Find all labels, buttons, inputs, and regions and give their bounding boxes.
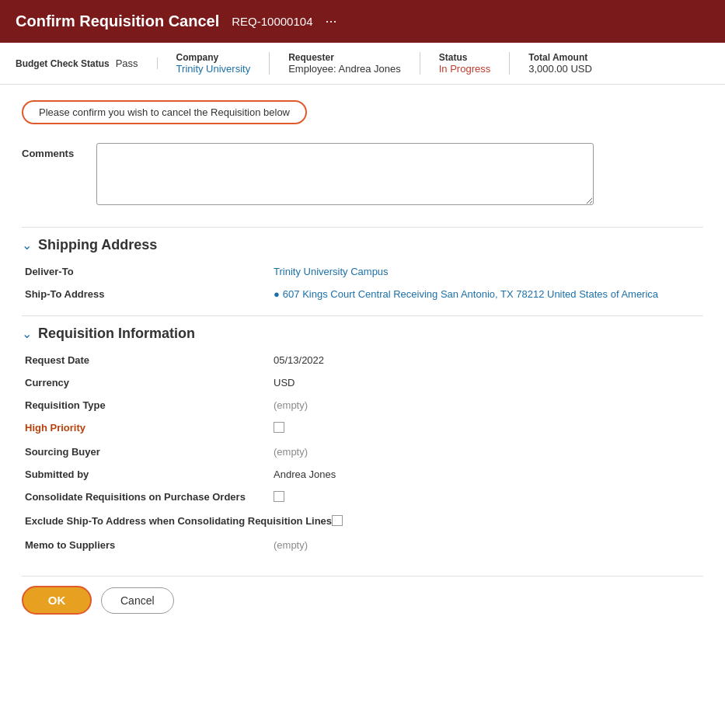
page-header: Confirm Requisition Cancel REQ-10000104 …	[0, 0, 725, 43]
field-value	[332, 515, 343, 528]
requisition-info-section: ⌄ Requisition Information Request Date05…	[22, 315, 703, 551]
req-field-row: Memo to Suppliers(empty)	[22, 539, 703, 551]
field-label: Submitted by	[25, 468, 274, 480]
company-label: Company	[176, 52, 251, 63]
requester-item: Requester Employee: Andrea Jones	[288, 52, 420, 75]
req-field-row: Exclude Ship-To Address when Consolidati…	[22, 515, 703, 528]
checkbox-icon[interactable]	[332, 515, 343, 526]
ship-to-value: ●607 Kings Court Central Receiving San A…	[274, 288, 658, 300]
deliver-to-row: Deliver-To Trinity University Campus	[22, 266, 703, 277]
deliver-to-label: Deliver-To	[25, 266, 274, 277]
field-value: (empty)	[274, 399, 308, 411]
page-title: Confirm Requisition Cancel	[16, 12, 219, 30]
info-bar: Budget Check Status Pass Company Trinity…	[0, 43, 725, 85]
company-item: Company Trinity University	[176, 52, 270, 75]
status-value: In Progress	[439, 63, 490, 75]
requester-label: Requester	[288, 52, 401, 63]
checkbox-icon[interactable]	[274, 422, 284, 433]
field-label: Request Date	[25, 354, 274, 366]
field-label: Requisition Type	[25, 399, 274, 411]
main-content: Please confirm you wish to cancel the Re…	[0, 85, 725, 630]
status-item: Status In Progress	[439, 52, 510, 75]
requisition-fields: Request Date05/13/2022CurrencyUSDRequisi…	[22, 354, 703, 551]
shipping-address-section: ⌄ Shipping Address Deliver-To Trinity Un…	[22, 227, 703, 300]
req-field-row: Requisition Type(empty)	[22, 399, 703, 411]
total-amount-label: Total Amount	[528, 52, 592, 63]
field-label: Exclude Ship-To Address when Consolidati…	[25, 515, 332, 527]
field-value: USD	[274, 377, 295, 388]
budget-check-label: Budget Check Status	[16, 58, 110, 69]
status-label: Status	[439, 52, 490, 63]
req-field-row: Request Date05/13/2022	[22, 354, 703, 366]
field-value: 05/13/2022	[274, 354, 324, 366]
field-value: Andrea Jones	[274, 468, 336, 480]
confirm-message-wrapper: Please confirm you wish to cancel the Re…	[22, 100, 307, 124]
shipping-chevron-icon[interactable]: ⌄	[22, 238, 32, 253]
requisition-info-header: ⌄ Requisition Information	[22, 315, 703, 342]
req-field-row: Submitted byAndrea Jones	[22, 468, 703, 480]
checkbox-icon[interactable]	[274, 491, 284, 502]
field-label: Currency	[25, 377, 274, 388]
page-container: Confirm Requisition Cancel REQ-10000104 …	[0, 0, 725, 728]
budget-check-item: Budget Check Status Pass	[16, 57, 158, 69]
ok-button[interactable]: OK	[22, 586, 92, 615]
shipping-address-title: Shipping Address	[38, 237, 157, 253]
req-field-row: Consolidate Requisitions on Purchase Ord…	[22, 491, 703, 504]
deliver-to-value: Trinity University Campus	[274, 266, 389, 277]
req-field-row: CurrencyUSD	[22, 377, 703, 388]
total-amount-value: 3,000.00 USD	[528, 63, 592, 75]
more-options-icon[interactable]: ···	[326, 13, 337, 30]
total-amount-item: Total Amount 3,000.00 USD	[528, 52, 611, 75]
company-value: Trinity University	[176, 63, 251, 75]
confirm-message: Please confirm you wish to cancel the Re…	[39, 106, 290, 118]
field-value: (empty)	[274, 446, 308, 458]
ship-to-label: Ship-To Address	[25, 288, 274, 300]
cancel-button[interactable]: Cancel	[101, 587, 174, 614]
field-label: Consolidate Requisitions on Purchase Ord…	[25, 491, 274, 503]
requisition-chevron-icon[interactable]: ⌄	[22, 326, 32, 341]
field-label: Sourcing Buyer	[25, 446, 274, 458]
field-label: High Priority	[25, 422, 274, 434]
field-value	[274, 422, 284, 435]
req-field-row: Sourcing Buyer(empty)	[22, 446, 703, 458]
field-value: (empty)	[274, 539, 308, 551]
budget-check-value: Pass	[116, 57, 138, 69]
comments-row: Comments	[22, 143, 703, 205]
comments-input[interactable]	[96, 143, 594, 205]
location-icon: ●	[274, 288, 280, 300]
requester-value: Employee: Andrea Jones	[288, 63, 401, 75]
field-label: Memo to Suppliers	[25, 539, 274, 551]
requisition-info-title: Requisition Information	[38, 326, 195, 342]
button-bar: OK Cancel	[22, 576, 703, 615]
req-field-row: High Priority	[22, 422, 703, 435]
shipping-address-header: ⌄ Shipping Address	[22, 227, 703, 253]
comments-label: Comments	[22, 143, 84, 159]
field-value	[274, 491, 284, 504]
ship-to-row: Ship-To Address ●607 Kings Court Central…	[22, 288, 703, 300]
req-id: REQ-10000104	[232, 15, 312, 28]
